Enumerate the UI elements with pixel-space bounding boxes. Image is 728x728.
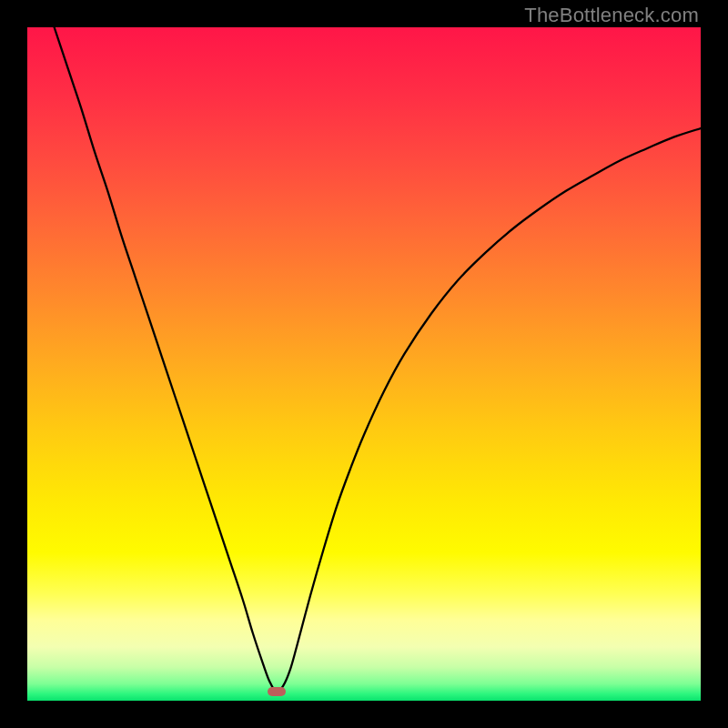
chart-frame: TheBottleneck.com bbox=[0, 0, 728, 728]
optimum-marker bbox=[268, 687, 286, 696]
plot-area bbox=[27, 27, 701, 701]
bottleneck-curve bbox=[27, 27, 701, 701]
watermark-text: TheBottleneck.com bbox=[524, 4, 699, 27]
